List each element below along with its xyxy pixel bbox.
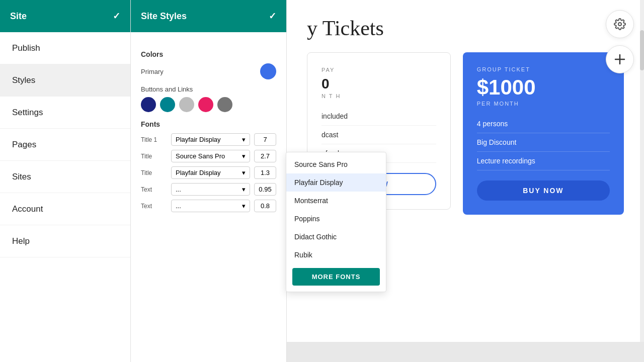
font-size-title3[interactable] — [254, 166, 276, 179]
dropdown-item-didact-gothic[interactable]: Didact Gothic — [286, 228, 386, 246]
primary-color-row: Primary — [141, 63, 276, 79]
right-card-price: $1000 — [477, 75, 610, 100]
font-dropdown: Source Sans Pro Playfair Display Montser… — [286, 152, 386, 292]
font-row-text1: Text ... ▾ — [141, 183, 276, 196]
right-feature-3: Lecture recordings — [477, 152, 610, 170]
ticket-card-right: GROUP TICKET $1000 PER MONTH 4 persons B… — [463, 52, 624, 215]
font-row-title1: Title 1 Playfair Display ▾ — [141, 133, 276, 146]
font-row-text2: Text ... ▾ — [141, 200, 276, 212]
swatch-gray[interactable] — [217, 97, 232, 112]
more-fonts-button[interactable]: MORE FONTS — [292, 268, 380, 286]
styles-header: Site Styles ✓ — [131, 0, 286, 32]
right-card-button[interactable]: BUY NOW — [477, 180, 610, 201]
plus-button[interactable] — [606, 45, 634, 73]
left-card-price: 0 — [321, 76, 436, 92]
colors-section-title: Colors — [141, 50, 276, 58]
dropdown-arrow-icon4: ▾ — [242, 186, 246, 193]
styles-panel: Site Styles ✓ Colors Primary Buttons and… — [131, 0, 287, 362]
right-card-label: GROUP TICKET — [477, 66, 610, 72]
font-select-title1[interactable]: Playfair Display ▾ — [171, 133, 250, 146]
font-size-text2[interactable] — [254, 200, 276, 212]
font-size-text1[interactable] — [254, 183, 276, 196]
dropdown-item-montserrat[interactable]: Montserrat — [286, 192, 386, 210]
font-row-title2: Title Source Sans Pro ▾ — [141, 150, 276, 162]
styles-body: Colors Primary Buttons and Links Fonts T… — [131, 32, 286, 362]
right-card-features: 4 persons Big Discount Lecture recording… — [477, 115, 610, 170]
dropdown-item-poppins[interactable]: Poppins — [286, 210, 386, 228]
font-row-label-text2: Text — [141, 203, 167, 210]
dropdown-item-rubik[interactable]: Rubik — [286, 246, 386, 264]
sidebar-item-help[interactable]: Help — [0, 225, 130, 257]
sidebar: Site ✓ Publish Styles Settings Pages Sit… — [0, 0, 131, 362]
sidebar-nav: Publish Styles Settings Pages Sites Acco… — [0, 32, 130, 362]
sidebar-header: Site ✓ — [0, 0, 130, 32]
styles-check-icon: ✓ — [269, 11, 276, 22]
swatch-pink[interactable] — [198, 97, 213, 112]
dropdown-item-source-sans-pro[interactable]: Source Sans Pro — [286, 155, 386, 173]
page-title: y Tickets — [307, 16, 624, 40]
left-card-label: PAY — [321, 67, 436, 73]
right-card-period: PER MONTH — [477, 101, 610, 107]
dropdown-arrow-icon2: ▾ — [242, 152, 246, 160]
left-feature-2: dcast — [321, 126, 436, 144]
right-feature-2: Big Discount — [477, 133, 610, 152]
gear-button[interactable] — [606, 10, 634, 38]
font-select-title2[interactable]: Source Sans Pro ▾ — [171, 150, 250, 162]
font-size-title1[interactable] — [254, 133, 276, 146]
swatch-teal[interactable] — [160, 97, 175, 112]
font-row-label-text1: Text — [141, 186, 167, 193]
sidebar-item-sites[interactable]: Sites — [0, 161, 130, 193]
right-scrollbar[interactable] — [640, 0, 644, 362]
buttons-links-label: Buttons and Links — [141, 85, 276, 93]
dropdown-item-playfair-display[interactable]: Playfair Display — [286, 173, 386, 192]
font-row-label-title1: Title 1 — [141, 136, 167, 143]
font-row-label-title2: Title — [141, 153, 167, 160]
styles-title: Site Styles — [141, 11, 187, 22]
primary-label: Primary — [141, 68, 164, 75]
right-feature-1: 4 persons — [477, 115, 610, 133]
primary-color-swatch[interactable] — [260, 63, 276, 79]
font-select-title3[interactable]: Playfair Display ▾ — [171, 166, 250, 179]
sidebar-item-publish[interactable]: Publish — [0, 32, 130, 64]
font-select-text1[interactable]: ... ▾ — [171, 183, 250, 196]
sidebar-item-styles[interactable]: Styles — [0, 64, 130, 97]
left-card-period: N T H — [321, 93, 436, 99]
sidebar-item-pages[interactable]: Pages — [0, 129, 130, 161]
swatch-navy[interactable] — [141, 97, 156, 112]
swatch-lightgray[interactable] — [179, 97, 194, 112]
svg-point-0 — [618, 23, 621, 26]
scrollbar-thumb — [640, 30, 644, 70]
dropdown-arrow-icon3: ▾ — [242, 169, 246, 176]
fonts-section-title: Fonts — [141, 120, 276, 128]
left-feature-1: included — [321, 107, 436, 126]
bottom-stripe — [287, 342, 644, 362]
font-select-text2[interactable]: ... ▾ — [171, 200, 250, 212]
sidebar-item-account[interactable]: Account — [0, 193, 130, 225]
sidebar-item-settings[interactable]: Settings — [0, 97, 130, 129]
font-size-title2[interactable] — [254, 150, 276, 162]
font-row-title3: Title Playfair Display ▾ — [141, 166, 276, 179]
dropdown-arrow-icon5: ▾ — [242, 202, 246, 210]
sidebar-title: Site — [10, 11, 27, 22]
font-row-label-title3: Title — [141, 169, 167, 176]
color-swatches — [141, 97, 276, 112]
sidebar-check-icon: ✓ — [113, 11, 120, 22]
dropdown-arrow-icon: ▾ — [242, 136, 246, 143]
